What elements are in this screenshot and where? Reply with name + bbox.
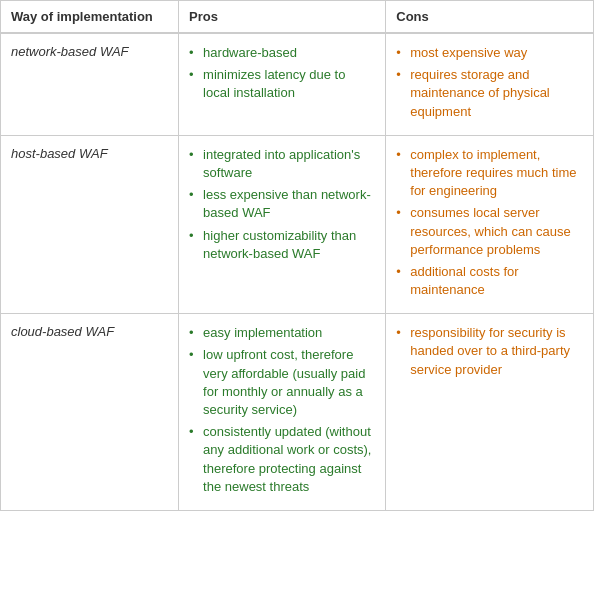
- pros-cell: easy implementationlow upfront cost, the…: [179, 314, 386, 510]
- cons-cell: complex to implement, therefore requires…: [386, 135, 593, 314]
- list-item: hardware-based: [189, 44, 375, 62]
- list-item: most expensive way: [396, 44, 583, 62]
- list-item: higher customizability than network-base…: [189, 227, 375, 263]
- list-item: minimizes latency due to local installat…: [189, 66, 375, 102]
- header-pros: Pros: [179, 1, 386, 33]
- cons-cell: most expensive wayrequires storage and m…: [386, 33, 593, 135]
- list-item: responsibility for security is handed ov…: [396, 324, 583, 379]
- way-cell: network-based WAF: [1, 33, 179, 135]
- list-item: easy implementation: [189, 324, 375, 342]
- cons-cell: responsibility for security is handed ov…: [386, 314, 593, 510]
- way-cell: host-based WAF: [1, 135, 179, 314]
- way-cell: cloud-based WAF: [1, 314, 179, 510]
- pros-cell: integrated into application's softwarele…: [179, 135, 386, 314]
- header-cons: Cons: [386, 1, 593, 33]
- table-row: host-based WAFintegrated into applicatio…: [1, 135, 593, 314]
- list-item: complex to implement, therefore requires…: [396, 146, 583, 201]
- list-item: consumes local server resources, which c…: [396, 204, 583, 259]
- list-item: less expensive than network-based WAF: [189, 186, 375, 222]
- list-item: requires storage and maintenance of phys…: [396, 66, 583, 121]
- table-row: cloud-based WAFeasy implementationlow up…: [1, 314, 593, 510]
- list-item: additional costs for maintenance: [396, 263, 583, 299]
- list-item: consistently updated (without any additi…: [189, 423, 375, 496]
- waf-comparison-table: Way of implementation Pros Cons network-…: [0, 0, 594, 511]
- list-item: integrated into application's software: [189, 146, 375, 182]
- way-label: cloud-based WAF: [11, 324, 114, 339]
- table-row: network-based WAFhardware-basedminimizes…: [1, 33, 593, 135]
- pros-cell: hardware-basedminimizes latency due to l…: [179, 33, 386, 135]
- way-label: network-based WAF: [11, 44, 129, 59]
- way-label: host-based WAF: [11, 146, 108, 161]
- header-way: Way of implementation: [1, 1, 179, 33]
- list-item: low upfront cost, therefore very afforda…: [189, 346, 375, 419]
